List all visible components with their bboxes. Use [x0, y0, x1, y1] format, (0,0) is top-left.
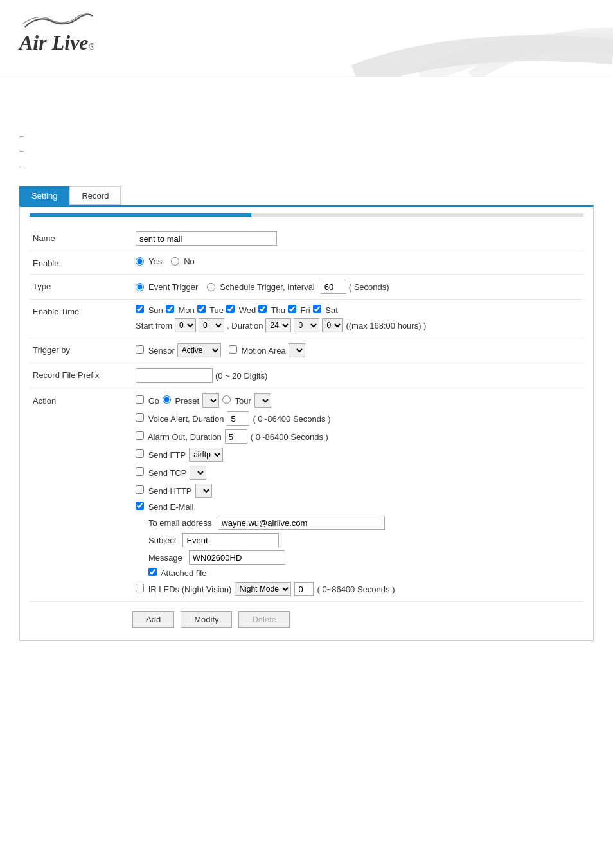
go-check[interactable] [136, 395, 144, 404]
day-mon-check[interactable] [166, 305, 174, 313]
day-sat-label[interactable]: Sat [313, 305, 338, 315]
day-sun-check[interactable] [136, 305, 144, 313]
message-input[interactable] [189, 550, 285, 565]
start-min-select[interactable]: 0153045 [199, 318, 224, 332]
alarm-check-label[interactable]: Alarm Out, Duration [136, 431, 222, 442]
trigger-motion-check[interactable] [229, 345, 237, 354]
go-text: Go [148, 396, 159, 406]
voice-check[interactable] [136, 413, 144, 422]
type-event-label[interactable]: Event Trigger [136, 282, 198, 292]
subject-input[interactable] [182, 533, 279, 547]
ir-seconds-input[interactable] [294, 582, 314, 596]
sensor-type-select[interactable]: Active Inactive [177, 343, 221, 357]
preset-select[interactable] [202, 393, 219, 408]
day-wed-label[interactable]: Wed [226, 305, 256, 315]
action-label: Action [33, 393, 136, 406]
trigger-label: Trigger by [33, 343, 136, 355]
day-sun-label[interactable]: Sun [136, 305, 163, 315]
header-decoration [227, 0, 613, 77]
ir-check-label[interactable]: IR LEDs (Night Vision) [136, 584, 231, 594]
start-hour-select[interactable]: 012 [175, 318, 196, 332]
tcp-select[interactable] [190, 466, 206, 480]
action-tcp-row: Send TCP [136, 466, 395, 480]
type-event-radio[interactable] [136, 283, 144, 291]
row-enable-time: Enable Time Sun Mon Tue Wed Thu Fri Sat … [30, 300, 583, 338]
duration-extra-select[interactable]: 0 [322, 318, 343, 332]
type-schedule-text: Schedule Trigger, Interval [220, 282, 314, 292]
trigger-sensor-check[interactable] [136, 345, 144, 354]
day-sat-check[interactable] [313, 305, 321, 313]
http-select[interactable] [195, 484, 212, 498]
tabs-bar: Setting Record [19, 186, 613, 205]
ftp-select[interactable]: airftp [189, 448, 223, 462]
buttons-row: Add Modify Delete [30, 602, 583, 634]
go-check-label[interactable]: Go [136, 395, 159, 406]
voice-duration-input[interactable] [227, 411, 249, 426]
trigger-motion-label[interactable]: Motion Area [229, 345, 286, 356]
tcp-check-label[interactable]: Send TCP [136, 467, 186, 478]
nav-dashes: – – – [19, 129, 594, 174]
voice-text: Voice Alert, Duration [148, 414, 224, 424]
duration-hours-select[interactable]: 24126 [265, 318, 291, 332]
tour-text: Tour [235, 396, 251, 406]
motion-area-select[interactable] [289, 343, 305, 357]
day-tue-label[interactable]: Tue [197, 305, 224, 315]
alarm-note: ( 0~86400 Seconds ) [251, 432, 328, 442]
action-go-row: Go Preset Tour [136, 393, 395, 408]
duration-min-select[interactable]: 0153045 [294, 318, 319, 332]
enable-time-value: Sun Mon Tue Wed Thu Fri Sat Start from 0… [136, 305, 580, 332]
type-schedule-radio[interactable] [207, 283, 215, 291]
day-wed-check[interactable] [226, 305, 235, 313]
email-check-label[interactable]: Send E-Mail [136, 502, 193, 512]
ftp-check-label[interactable]: Send FTP [136, 449, 186, 460]
alarm-check[interactable] [136, 431, 144, 440]
action-ir-row: IR LEDs (Night Vision) Night Mode Day Mo… [136, 582, 395, 596]
day-fri-check[interactable] [288, 305, 296, 313]
duration-label-text: , Duration [227, 321, 263, 330]
modify-button[interactable]: Modify [181, 611, 232, 628]
email-section: To email address Subject Message [148, 516, 395, 578]
ir-check[interactable] [136, 584, 144, 592]
type-interval-input[interactable] [321, 280, 346, 294]
day-tue-check[interactable] [197, 305, 206, 313]
row-type: Type Event Trigger Schedule Trigger, Int… [30, 275, 583, 300]
tour-radio-label[interactable]: Tour [222, 395, 251, 406]
voice-check-label[interactable]: Voice Alert, Duration [136, 413, 224, 424]
enable-no-radio[interactable] [171, 257, 179, 266]
ir-mode-select[interactable]: Night Mode Day Mode [235, 582, 291, 596]
record-prefix-input[interactable] [136, 368, 213, 383]
name-input[interactable] [136, 231, 277, 246]
day-mon-label[interactable]: Mon [166, 305, 195, 315]
tour-select[interactable] [254, 393, 271, 408]
trigger-sensor-label[interactable]: Sensor [136, 345, 175, 356]
preset-radio[interactable] [163, 395, 171, 404]
delete-button[interactable]: Delete [238, 611, 290, 628]
to-email-row: To email address [148, 516, 395, 530]
alarm-duration-input[interactable] [225, 429, 247, 444]
tab-record[interactable]: Record [69, 186, 121, 205]
attached-check[interactable] [148, 568, 157, 576]
enable-no-label[interactable]: No [171, 257, 195, 266]
http-check-label[interactable]: Send HTTP [136, 485, 192, 496]
day-thu-check[interactable] [258, 305, 267, 313]
attached-label[interactable]: Attached file [148, 568, 206, 578]
add-button[interactable]: Add [132, 611, 174, 628]
action-voice-row: Voice Alert, Duration ( 0~86400 Seconds … [136, 411, 395, 426]
ftp-check[interactable] [136, 449, 144, 458]
http-check[interactable] [136, 485, 144, 494]
tour-radio[interactable] [222, 395, 231, 404]
duration-note-text: ((max 168:00 hours) ) [346, 321, 426, 330]
day-fri-label[interactable]: Fri [288, 305, 310, 315]
enable-yes-label[interactable]: Yes [136, 257, 162, 266]
type-schedule-label[interactable]: Schedule Trigger, Interval [207, 282, 314, 292]
enable-yes-radio[interactable] [136, 257, 144, 266]
enable-value: Yes No [136, 257, 580, 266]
preset-radio-label[interactable]: Preset [163, 395, 199, 406]
to-email-input[interactable] [218, 516, 385, 530]
trigger-sensor-text: Sensor [148, 346, 175, 356]
email-check-text: Send E-Mail [148, 502, 194, 512]
day-thu-label[interactable]: Thu [258, 305, 285, 315]
tab-setting[interactable]: Setting [19, 186, 69, 205]
tcp-check[interactable] [136, 467, 144, 476]
email-check[interactable] [136, 502, 144, 510]
